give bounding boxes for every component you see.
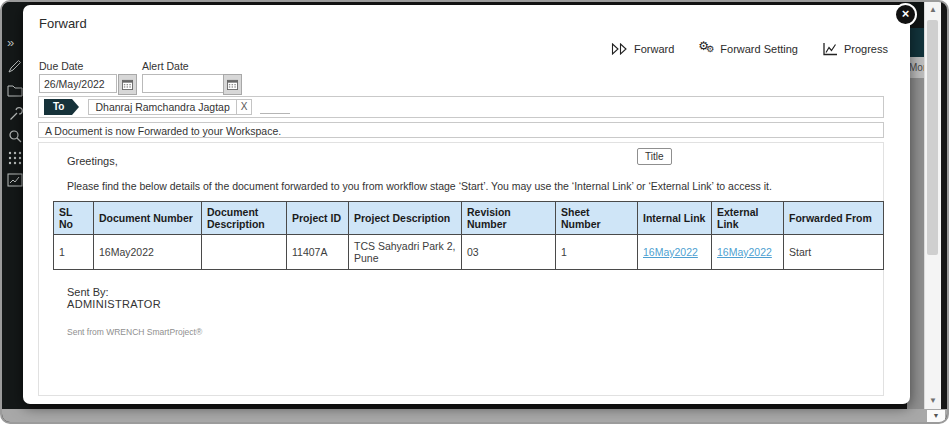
progress-button-label: Progress [844,43,888,55]
table-row: 1 16May2022 11407A TCS Sahyadri Park 2, … [54,235,884,270]
scrollbar-corner-button[interactable]: ▼ [927,410,945,422]
greeting-text: Greetings, [67,155,118,167]
col-sheet-number: Sheet Number [556,202,638,235]
alert-date-input[interactable] [142,74,226,93]
recipient-chip: Dhanraj Ramchandra Jagtap X [88,99,252,115]
calendar-icon [122,79,133,90]
close-button[interactable]: × [894,3,917,26]
forward-button[interactable]: Forward [611,43,674,55]
title-button[interactable]: Title [637,148,672,165]
due-date-label: Due Date [39,60,83,72]
alert-date-label: Alert Date [142,60,189,72]
cell-document-number: 16May2022 [94,235,202,270]
due-date-calendar-button[interactable] [118,74,137,95]
col-sl-no: SL No [54,202,94,235]
screenshot-frame: » Mor ▲ ▼ ▼ Forward × [0,0,949,424]
cell-external-link: 16May2022 [712,235,784,270]
fast-forward-icon [611,43,628,55]
cell-project-description: TCS Sahyadri Park 2, Pune [349,235,462,270]
col-revision-number: Revision Number [462,202,556,235]
cell-internal-link: 16May2022 [638,235,712,270]
col-internal-link: Internal Link [638,202,712,235]
due-date-input[interactable] [39,74,117,93]
forward-button-label: Forward [634,43,674,55]
cell-document-description [202,235,287,270]
cell-revision-number: 03 [462,235,556,270]
progress-button[interactable]: Progress [822,42,888,56]
forward-dialog: Forward × Forward ⚙⚙ Forward Setting Pro… [23,5,910,404]
sent-by-name: ADMINISTRATOR [67,298,161,310]
recipient-input-caret[interactable] [260,101,290,114]
cell-project-id: 11407A [287,235,349,270]
dialog-toolbar: Forward ⚙⚙ Forward Setting Progress [611,42,888,56]
forward-setting-button-label: Forward Setting [720,43,798,55]
col-document-description: Document Description [202,202,287,235]
col-external-link: External Link [712,202,784,235]
vertical-scrollbar-thumb[interactable] [927,20,938,255]
to-tag[interactable]: To [44,99,72,115]
alert-date-calendar-button[interactable] [223,74,242,95]
table-header-row: SL No Document Number Document Descripti… [54,202,884,235]
horizontal-scrollbar[interactable]: ▼ [2,409,947,423]
scroll-up-icon[interactable]: ▲ [925,5,941,14]
progress-chart-icon [822,42,838,56]
internal-link[interactable]: 16May2022 [643,246,698,258]
cell-sheet-number: 1 [556,235,638,270]
col-forwarded-from: Forwarded From [784,202,884,235]
document-details-table: SL No Document Number Document Descripti… [53,201,884,270]
forward-setting-button[interactable]: ⚙⚙ Forward Setting [698,42,798,56]
vertical-scrollbar[interactable]: ▲ ▼ [924,2,941,409]
recipient-chip-name: Dhanraj Ramchandra Jagtap [88,99,236,115]
cell-forwarded-from: Start [784,235,884,270]
message-body: Greetings, Title Please find the below d… [38,142,884,396]
cell-sl-no: 1 [54,235,94,270]
subject-field[interactable]: A Document is now Forwarded to your Work… [38,122,884,138]
external-link[interactable]: 16May2022 [717,246,772,258]
recipient-chip-remove-button[interactable]: X [237,99,253,115]
scroll-down-icon[interactable]: ▼ [925,396,941,405]
col-project-description: Project Description [349,202,462,235]
sent-by-label: Sent By: [67,286,109,298]
dialog-title: Forward [39,16,87,31]
gears-icon: ⚙⚙ [698,42,714,56]
sent-from-footnote: Sent from WRENCH SmartProject® [67,327,202,337]
calendar-icon [227,79,238,90]
to-recipients-field[interactable]: To Dhanraj Ramchandra Jagtap X [38,96,884,118]
col-project-id: Project ID [287,202,349,235]
intro-text: Please find the below details of the doc… [67,180,772,192]
col-document-number: Document Number [94,202,202,235]
